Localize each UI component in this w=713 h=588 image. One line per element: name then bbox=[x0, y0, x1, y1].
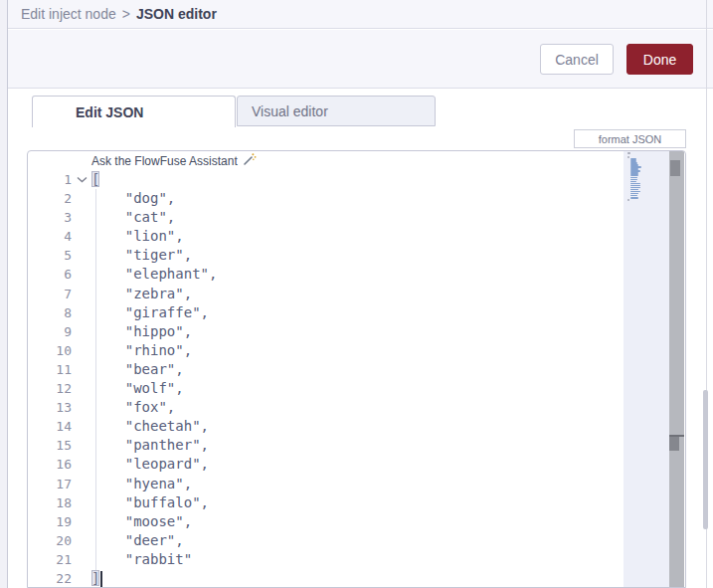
code-line[interactable]: 6 "elephant", bbox=[28, 265, 685, 284]
code-text: "zebra", bbox=[91, 285, 192, 303]
code-text: "fox", bbox=[91, 398, 175, 417]
code-text: "hippo", bbox=[91, 322, 192, 341]
line-number[interactable]: 4 bbox=[28, 227, 72, 246]
code-text: "tiger", bbox=[91, 246, 192, 265]
code-line[interactable]: 20 "deer", bbox=[28, 531, 685, 550]
code-line[interactable]: 18 "buffalo", bbox=[28, 493, 685, 512]
minimap-mark bbox=[627, 156, 629, 158]
code-text: "cheetah", bbox=[91, 417, 209, 436]
code-text: "panther", bbox=[91, 436, 209, 455]
minimap-mark bbox=[630, 179, 637, 181]
line-number[interactable]: 13 bbox=[28, 398, 72, 417]
format-json-button[interactable]: format JSON bbox=[574, 129, 686, 148]
line-number[interactable]: 21 bbox=[28, 550, 72, 569]
breadcrumb-parent[interactable]: Edit inject node bbox=[21, 6, 116, 22]
code-line[interactable]: 7 "zebra", bbox=[28, 285, 685, 303]
code-text: "wolf", bbox=[91, 379, 184, 398]
editor-scrollbar-track[interactable] bbox=[669, 151, 684, 588]
tray-left-edge bbox=[0, 0, 8, 588]
code-line[interactable]: 8 "giraffe", bbox=[28, 303, 685, 322]
line-number[interactable]: 19 bbox=[28, 512, 72, 531]
code-text: [ bbox=[91, 170, 99, 189]
line-number[interactable]: 3 bbox=[28, 208, 72, 227]
tray-scrollbar-thumb[interactable] bbox=[669, 437, 679, 451]
minimap-mark bbox=[630, 181, 636, 183]
line-number[interactable]: 1 bbox=[28, 170, 72, 189]
code-text: "moose", bbox=[91, 512, 192, 531]
code-text: "cat", bbox=[91, 208, 175, 227]
code-text: "bear", bbox=[91, 360, 184, 379]
done-button[interactable]: Done bbox=[626, 44, 693, 75]
minimap-mark bbox=[630, 183, 640, 185]
assistant-hint[interactable]: Ask the FlowFuse Assistant bbox=[28, 151, 685, 170]
code-text: "leopard", bbox=[91, 455, 209, 474]
breadcrumb-separator: > bbox=[122, 6, 130, 22]
magic-wand-sparkles-icon bbox=[243, 152, 257, 169]
code-line[interactable]: 17 "hyena", bbox=[28, 475, 685, 493]
text-cursor bbox=[100, 571, 102, 587]
code-line[interactable]: 5 "tiger", bbox=[28, 246, 685, 265]
line-number[interactable]: 9 bbox=[28, 322, 72, 341]
line-number[interactable]: 12 bbox=[28, 379, 72, 398]
bracket-match: ] bbox=[91, 570, 99, 586]
line-number[interactable]: 5 bbox=[28, 246, 72, 265]
code-text: "deer", bbox=[91, 531, 184, 550]
code-line[interactable]: 9 "hippo", bbox=[28, 322, 685, 341]
code-line[interactable]: 12 "wolf", bbox=[28, 379, 685, 398]
page-scrollbar-thumb[interactable] bbox=[703, 390, 708, 529]
line-number[interactable]: 16 bbox=[28, 455, 72, 474]
code-text: "lion", bbox=[91, 227, 184, 246]
code-line[interactable]: 19 "moose", bbox=[28, 512, 685, 531]
indent-guide bbox=[95, 189, 96, 570]
minimap-mark bbox=[627, 199, 629, 201]
code-line[interactable]: 1[ bbox=[28, 170, 685, 189]
bracket-match: [ bbox=[91, 171, 99, 187]
line-number[interactable]: 11 bbox=[28, 360, 72, 379]
line-number[interactable]: 2 bbox=[28, 189, 72, 208]
code-line[interactable]: 22] bbox=[28, 569, 685, 588]
line-number[interactable]: 8 bbox=[28, 303, 72, 322]
code-line[interactable]: 21 "rabbit" bbox=[28, 550, 685, 569]
code-lines: 1[2 "dog",3 "cat",4 "lion",5 "tiger",6 "… bbox=[28, 170, 685, 588]
code-text: "giraffe", bbox=[91, 303, 209, 322]
tray-header: Edit inject node > JSON editor bbox=[8, 0, 713, 29]
code-line[interactable]: 10 "rhino", bbox=[28, 341, 685, 360]
code-line[interactable]: 13 "fox", bbox=[28, 398, 685, 417]
code-text: ] bbox=[91, 569, 102, 588]
code-text: "hyena", bbox=[91, 475, 192, 493]
line-number[interactable]: 6 bbox=[28, 265, 72, 284]
line-number[interactable]: 20 bbox=[28, 531, 72, 550]
assistant-hint-label: Ask the FlowFuse Assistant bbox=[91, 154, 238, 168]
code-text: "rhino", bbox=[91, 341, 192, 360]
code-line[interactable]: 11 "bear", bbox=[28, 360, 685, 379]
line-number[interactable]: 17 bbox=[28, 475, 72, 493]
code-line[interactable]: 15 "panther", bbox=[28, 436, 685, 455]
minimap-mark bbox=[630, 197, 638, 199]
minimap-mark bbox=[630, 177, 637, 179]
json-code-editor[interactable]: Ask the FlowFuse Assistant 1[2 "dog",3 "… bbox=[27, 150, 686, 588]
fold-toggle-icon[interactable] bbox=[72, 176, 91, 183]
code-line[interactable]: 16 "leopard", bbox=[28, 455, 685, 474]
code-text: "dog", bbox=[91, 189, 175, 208]
line-number[interactable]: 7 bbox=[28, 285, 72, 303]
code-text: "elephant", bbox=[91, 265, 217, 284]
minimap-mark bbox=[630, 185, 640, 187]
code-line[interactable]: 14 "cheetah", bbox=[28, 417, 685, 436]
line-number[interactable]: 15 bbox=[28, 436, 72, 455]
tab-edit-json[interactable]: Edit JSON bbox=[32, 96, 236, 127]
minimap-mark bbox=[627, 152, 630, 154]
minimap[interactable] bbox=[624, 151, 669, 588]
breadcrumb-current: JSON editor bbox=[136, 6, 217, 22]
line-number[interactable]: 10 bbox=[28, 341, 72, 360]
line-number[interactable]: 18 bbox=[28, 493, 72, 512]
line-number[interactable]: 22 bbox=[28, 569, 72, 588]
code-line[interactable]: 3 "cat", bbox=[28, 208, 685, 227]
tab-visual-editor[interactable]: Visual editor bbox=[237, 96, 436, 126]
code-line[interactable]: 2 "dog", bbox=[28, 189, 685, 208]
tray-action-bar: Cancel Done bbox=[8, 30, 713, 89]
line-number[interactable]: 14 bbox=[28, 417, 72, 436]
code-text: "buffalo", bbox=[91, 493, 209, 512]
code-line[interactable]: 4 "lion", bbox=[28, 227, 685, 246]
editor-scrollbar-thumb[interactable] bbox=[670, 160, 680, 176]
cancel-button[interactable]: Cancel bbox=[540, 44, 614, 75]
